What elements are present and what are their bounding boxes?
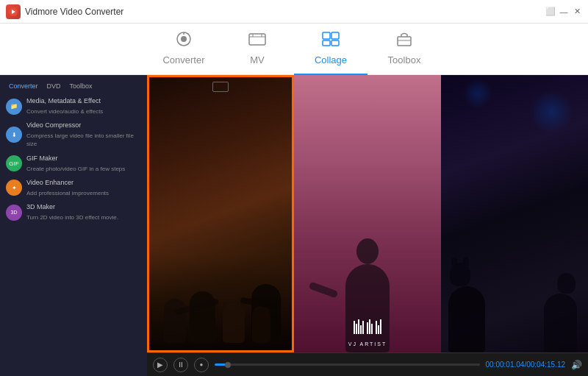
section-4-desc: Add professional improvements (26, 189, 109, 197)
figure-1 (164, 299, 186, 343)
left-icon-row-1: 📁 Media, Metadata & Effect Convert video… (6, 97, 141, 116)
current-time: 00:00:01.04 (486, 361, 525, 369)
left-panel-content: Converter DVD Toolbox 📁 Media, Metadata … (0, 75, 147, 233)
tab-converter[interactable]: Converter (147, 24, 220, 75)
svg-rect-5 (249, 34, 265, 45)
left-section-1: 📁 Media, Metadata & Effect Convert video… (6, 97, 141, 116)
converter-icon (174, 31, 193, 52)
app-title: Vidmore Video Converter (25, 7, 123, 17)
tab-toolbox-label: Toolbox (388, 54, 421, 65)
gif-icon: GIF (6, 155, 22, 171)
barcode (354, 319, 381, 334)
media-icon: 📁 (6, 99, 22, 115)
section-1-title: Media, Metadata & Effect (26, 97, 103, 104)
svg-rect-11 (323, 40, 330, 46)
barcode-text: VJ ARTIST (348, 341, 387, 347)
app-icon (6, 4, 21, 19)
person-head (356, 238, 379, 264)
video-right-left[interactable]: VJ ARTIST (294, 75, 441, 352)
video-indicator (212, 82, 229, 92)
left-section-4: ✦ Video Enhancer Add professional improv… (6, 179, 141, 197)
play-button[interactable]: ▶ (153, 358, 168, 372)
tab-converter-label: Converter (162, 54, 204, 65)
minimize-button[interactable]: ⬜ (545, 7, 556, 17)
close-button[interactable]: ✕ (572, 7, 582, 17)
progress-bar[interactable] (215, 363, 480, 366)
creature-2 (544, 294, 577, 352)
person-silhouette (345, 264, 390, 352)
creature-head-2 (557, 273, 576, 294)
3d-icon: 3D (6, 205, 22, 221)
svg-rect-12 (331, 40, 339, 46)
section-4-title: Video Enhancer (26, 179, 109, 186)
section-5-title: 3D Maker (26, 203, 118, 210)
svg-rect-13 (398, 37, 411, 46)
mv-icon (248, 31, 267, 52)
left-icon-row-3: GIF GIF Maker Create photo/video GIF in … (6, 155, 141, 173)
figure-5 (252, 306, 270, 343)
left-icon-row-4: ✦ Video Enhancer Add professional improv… (6, 179, 141, 197)
figure-4 (223, 302, 245, 343)
left-icon-row-2: ⬇ Video Compressor Compress large video … (6, 121, 141, 148)
tab-toolbox[interactable]: Toolbox (368, 24, 441, 75)
section-5-desc: Turn 2D video into 3D effect movie. (26, 213, 118, 221)
title-bar: Vidmore Video Converter ⬜ — ✕ (0, 0, 588, 24)
blue-light (529, 90, 573, 134)
time-display: 00:00:01.04/00:04:15.12 (486, 361, 565, 369)
collage-preview: VJ ARTIST (147, 75, 588, 352)
volume-icon[interactable]: 🔊 (571, 360, 582, 370)
tab-collage-label: Collage (315, 54, 347, 65)
stop-button[interactable]: ⏸ (173, 358, 188, 372)
playback-controls: ▶ ⏸ ● 00:00:01.04/00:04:15.12 🔊 (147, 352, 588, 376)
video-preview-area: VJ ARTIST ▶ (147, 75, 588, 376)
blue-light-2 (463, 79, 492, 108)
video-left-inner (149, 77, 292, 350)
person-arm-1 (308, 281, 338, 298)
creature-ear-1 (451, 257, 457, 266)
video-right: VJ ARTIST (294, 75, 588, 352)
video-right-right[interactable] (441, 75, 588, 352)
title-bar-controls: ⬜ — ✕ (545, 7, 582, 17)
tab-mv[interactable]: MV (220, 24, 294, 75)
nav-tabs: Converter MV Collage (0, 24, 588, 75)
tab-collage[interactable]: Collage (294, 24, 368, 75)
main-content: Converter DVD Toolbox 📁 Media, Metadata … (0, 75, 588, 376)
left-tab-toolbox[interactable]: Toolbox (67, 81, 96, 91)
video-left[interactable] (147, 75, 294, 352)
collage-icon (321, 31, 340, 52)
left-section-5: 3D 3D Maker Turn 2D video into 3D effect… (6, 203, 141, 221)
section-3-desc: Create photo/video GIF in a few steps (26, 165, 125, 173)
dot-button[interactable]: ● (194, 358, 209, 372)
left-section-3: GIF GIF Maker Create photo/video GIF in … (6, 155, 141, 173)
left-section-2: ⬇ Video Compressor Compress large video … (6, 121, 141, 148)
svg-rect-10 (331, 32, 339, 39)
left-icon-row-5: 3D 3D Maker Turn 2D video into 3D effect… (6, 203, 141, 221)
toolbox-icon (395, 31, 414, 52)
left-panel: Converter DVD Toolbox 📁 Media, Metadata … (0, 75, 147, 376)
creature-head-1 (450, 263, 470, 286)
maximize-button[interactable]: — (559, 7, 569, 17)
title-bar-left: Vidmore Video Converter (6, 4, 123, 19)
tab-mv-label: MV (250, 54, 265, 65)
left-mini-tabs: Converter DVD Toolbox (6, 81, 141, 91)
enhance-icon: ✦ (6, 180, 22, 196)
section-1-desc: Convert video/audio & effects (26, 107, 103, 116)
compress-icon: ⬇ (6, 127, 22, 143)
left-tab-converter[interactable]: Converter (6, 81, 41, 91)
svg-point-3 (181, 36, 187, 42)
left-tab-dvd[interactable]: DVD (44, 81, 64, 91)
section-2-title: Video Compressor (26, 121, 141, 129)
progress-dot (225, 362, 231, 368)
total-time: 00:04:15.12 (526, 361, 565, 369)
svg-rect-9 (323, 32, 330, 39)
section-3-title: GIF Maker (26, 155, 125, 162)
creature-ear-2 (463, 257, 469, 266)
section-2-desc: Compress large video file into smaller f… (26, 132, 141, 148)
creature-1 (448, 286, 485, 352)
